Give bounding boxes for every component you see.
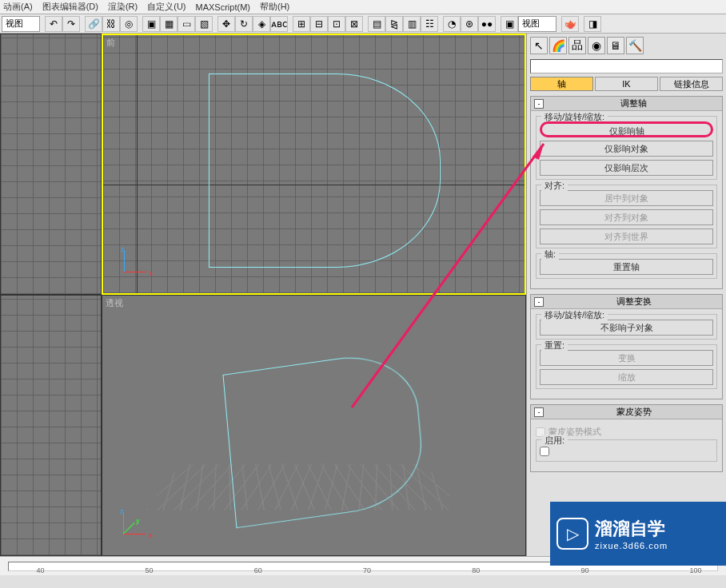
viewport-label-perspective: 透视	[106, 297, 123, 309]
reset-scale-button[interactable]: 缩放	[540, 369, 713, 385]
menu-help[interactable]: 帮助(H)	[260, 1, 289, 13]
percent-snap-icon[interactable]: ⊡	[328, 16, 345, 32]
object-name-input[interactable]	[530, 59, 723, 74]
render-setup-icon[interactable]: ▣	[501, 16, 518, 32]
menu-animation[interactable]: 动画(A)	[3, 1, 33, 13]
viewport-front[interactable]: 前 zx	[102, 34, 526, 295]
affect-hierarchy-only-button[interactable]: 仅影响层次	[540, 160, 713, 176]
tab-link-info[interactable]: 链接信息	[660, 77, 723, 91]
collapse-icon[interactable]: -	[534, 99, 544, 109]
center-to-object-button[interactable]: 居中到对象	[540, 190, 713, 206]
display-tab-icon[interactable]: 🖥	[607, 37, 624, 54]
unlink-icon[interactable]: ⛓	[102, 16, 120, 32]
ruler-tick: 70	[363, 566, 371, 574]
viewport-left-bottom[interactable]	[0, 295, 102, 556]
viewport-left-top[interactable]	[0, 34, 102, 295]
select-name-icon[interactable]: ▦	[160, 16, 178, 32]
spline-shape[interactable]	[209, 74, 441, 267]
angle-snap-icon[interactable]: ⊟	[310, 16, 328, 32]
command-panel-tabs: ↖ 🌈 品 ◉ 🖥 🔨	[530, 37, 723, 54]
text-icon[interactable]: ᴀʙᴄ	[270, 16, 288, 32]
spinner-snap-icon[interactable]: ⊠	[345, 16, 363, 32]
collapse-icon[interactable]: -	[534, 297, 544, 307]
rollout-skin-pose: - 蒙皮姿势 蒙皮姿势模式 启用:	[530, 404, 723, 472]
tab-ik[interactable]: IK	[595, 77, 658, 91]
rotate-icon[interactable]: ↻	[235, 16, 253, 32]
rollout-header-adjust-pivot[interactable]: - 调整轴	[531, 97, 722, 111]
menu-render[interactable]: 渲染(R)	[108, 1, 138, 13]
utilities-tab-icon[interactable]: 🔨	[626, 37, 644, 54]
axis-gizmo-persp: zxy	[118, 507, 150, 539]
rollout-header-adjust-transform[interactable]: - 调整变换	[531, 295, 722, 309]
watermark-url: zixue.3d66.com	[595, 541, 668, 550]
ruler-tick: 60	[254, 566, 262, 574]
hierarchy-tab-icon[interactable]: 品	[568, 37, 586, 54]
snap-icon[interactable]: ⊞	[293, 16, 310, 32]
motion-tab-icon[interactable]: ◉	[588, 37, 605, 54]
redo-icon[interactable]: ↷	[62, 16, 80, 32]
link-icon[interactable]: 🔗	[85, 16, 102, 32]
viewport-container: 前 zx 透视 zxy	[0, 34, 526, 556]
affect-pivot-only-button[interactable]: 仅影响轴	[540, 121, 713, 137]
undo-icon[interactable]: ↶	[45, 16, 62, 32]
reset-pivot-button[interactable]: 重置轴	[540, 259, 713, 275]
menu-bar: 动画(A) 图表编辑器(D) 渲染(R) 自定义(U) MAXScript(M)…	[0, 0, 726, 14]
viewport-perspective[interactable]: 透视 zxy	[102, 295, 526, 556]
rollout-header-skin-pose[interactable]: - 蒙皮姿势	[531, 405, 722, 419]
command-panel: ↖ 🌈 品 ◉ 🖥 🔨 轴 IK 链接信息 - 调整轴 移动/旋转/缩放: 仅影…	[526, 34, 726, 556]
enable-checkbox[interactable]	[540, 447, 549, 456]
group-label-align: 对齐:	[541, 180, 568, 192]
affect-object-only-button[interactable]: 仅影响对象	[540, 141, 713, 157]
rollout-adjust-transform: - 调整变换 移动/旋转/缩放: 不影响子对象 重置: 变换 缩放	[530, 294, 723, 399]
reset-transform-button[interactable]: 变换	[540, 350, 713, 366]
modify-tab-icon[interactable]: 🌈	[549, 37, 567, 54]
ruler-tick: 90	[580, 566, 588, 574]
dont-affect-children-button[interactable]: 不影响子对象	[540, 320, 713, 336]
help-icon[interactable]: ◨	[584, 16, 601, 32]
ruler-tick: 40	[36, 566, 44, 574]
menu-schematic[interactable]: 图表编辑器(D)	[42, 1, 98, 13]
watermark-title: 溜溜自学	[595, 517, 668, 541]
mirror-icon[interactable]: ⧎	[385, 16, 403, 32]
tab-pivot[interactable]: 轴	[530, 77, 593, 91]
rollout-adjust-pivot: - 调整轴 移动/旋转/缩放: 仅影响轴 仅影响对象 仅影响层次 对齐: 居中到…	[530, 96, 723, 289]
watermark: ▷ 溜溜自学 zixue.3d66.com	[550, 502, 726, 566]
window-crossing-icon[interactable]: ▧	[195, 16, 213, 32]
create-tab-icon[interactable]: ↖	[530, 37, 548, 54]
render-icon[interactable]: 🫖	[561, 16, 579, 32]
align-to-world-button[interactable]: 对齐到世界	[540, 228, 713, 244]
move-icon[interactable]: ✥	[217, 16, 235, 32]
layers-icon[interactable]: ☷	[421, 16, 438, 32]
select-icon[interactable]: ▣	[142, 16, 160, 32]
play-icon: ▷	[556, 518, 588, 550]
ruler-tick: 50	[146, 566, 154, 574]
ruler-tick: 80	[472, 566, 480, 574]
axis-gizmo: zx	[119, 245, 151, 277]
align-to-object-button[interactable]: 对齐到对象	[540, 209, 713, 225]
named-selection-icon[interactable]: ▤	[368, 16, 385, 32]
ruler-tick: 100	[690, 566, 702, 574]
group-label-mrs2: 移动/旋转/缩放:	[541, 309, 608, 321]
viewport-mode-dropdown[interactable]: 视图	[2, 16, 40, 32]
collapse-icon[interactable]: -	[534, 407, 544, 417]
select-region-icon[interactable]: ▭	[178, 16, 195, 32]
menu-maxscript[interactable]: MAXScript(M)	[196, 2, 250, 12]
schematic-view-icon[interactable]: ⊛	[461, 16, 478, 32]
render-dropdown[interactable]: 视图	[518, 16, 556, 32]
bind-icon[interactable]: ◎	[120, 16, 138, 32]
main-toolbar: 视图 ↶ ↷ 🔗 ⛓ ◎ ▣ ▦ ▭ ▧ ✥ ↻ ◈ ᴀʙᴄ ⊞ ⊟ ⊡ ⊠ ▤…	[0, 14, 726, 34]
viewport-label-front: 前	[106, 37, 115, 49]
curve-editor-icon[interactable]: ◔	[443, 16, 461, 32]
menu-customize[interactable]: 自定义(U)	[147, 1, 185, 13]
align-icon[interactable]: ▥	[403, 16, 421, 32]
material-editor-icon[interactable]: ●●	[478, 16, 496, 32]
group-label-reset: 重置:	[541, 340, 568, 352]
group-label-axis: 轴:	[541, 248, 559, 260]
scale-icon[interactable]: ◈	[253, 16, 270, 32]
group-label-enable: 启用:	[541, 435, 568, 447]
